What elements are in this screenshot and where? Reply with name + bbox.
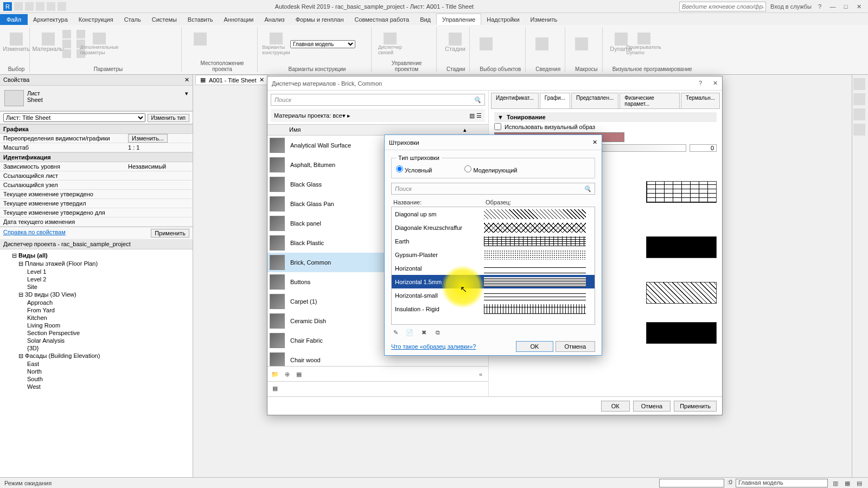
pattern-row[interactable]: Insulation - Rigid [392, 302, 595, 316]
cut-pattern-bg[interactable] [646, 322, 717, 344]
edit-icon[interactable]: ✎ [391, 328, 400, 337]
nav-icon[interactable] [853, 93, 865, 105]
tab-close-icon[interactable]: ✕ [259, 76, 264, 84]
minimize-icon[interactable]: — [828, 2, 838, 11]
pattern-row[interactable]: Gypsum-Plaster [392, 248, 595, 261]
pattern-list[interactable]: Diagonal up smDiagonale KreuzschraffurEa… [391, 207, 595, 325]
tree-item[interactable]: South [2, 375, 190, 383]
new-icon[interactable]: 📄 [405, 328, 414, 337]
sb-icon[interactable]: ▦ [843, 479, 852, 487]
surface-pattern-bg[interactable] [646, 236, 717, 258]
radio-drafting[interactable]: Условный [396, 165, 432, 174]
instance-select[interactable]: Лист: Title Sheet [3, 113, 145, 122]
apply-button[interactable]: Применить [674, 401, 717, 412]
tab-arch[interactable]: Архитектура [28, 14, 73, 25]
cancel-button[interactable]: Отмена [633, 401, 671, 412]
tree-item[interactable]: Section Perspective [2, 329, 190, 337]
param-icon[interactable] [62, 30, 71, 38]
search-icon[interactable]: 🔍 [584, 185, 591, 192]
pattern-search[interactable]: Поиск🔍 [391, 183, 595, 195]
app-icon[interactable]: R [3, 2, 12, 11]
tree-item[interactable]: Kitchen [2, 314, 190, 322]
view-tab[interactable]: ▦A001 - Title Sheet✕ [195, 75, 269, 85]
cut-pattern-fg[interactable] [646, 282, 717, 304]
location-icon[interactable] [192, 33, 209, 55]
param-icon[interactable] [62, 49, 71, 58]
tab-appearance[interactable]: Представлен... [571, 93, 618, 108]
workset-select[interactable]: Главная модель [736, 479, 828, 487]
main-model-select[interactable]: Главная модель [290, 40, 355, 48]
phases-button[interactable]: Стадии [446, 33, 464, 55]
print-icon[interactable] [58, 2, 66, 11]
tab-steel[interactable]: Сталь [119, 14, 146, 25]
pattern-row[interactable]: Horizontal-small [392, 288, 595, 302]
addparams-button[interactable]: Дополнительные параметры [91, 33, 108, 55]
file-tab[interactable]: Файл [0, 14, 28, 25]
tab-view[interactable]: Вид [414, 14, 436, 25]
tree-item[interactable]: From Yard [2, 306, 190, 314]
tree-item[interactable]: North [2, 368, 190, 375]
tab-graphics[interactable]: Графи... [540, 93, 570, 108]
tree-item[interactable]: Level 1 [2, 268, 190, 275]
tree-elev[interactable]: ⊟ Фасады (Building Elevation) [2, 352, 190, 360]
param-icon[interactable] [76, 30, 85, 38]
tree-item[interactable]: Solar Analysis [2, 337, 190, 344]
nav-icon[interactable] [853, 108, 865, 120]
props-help-link[interactable]: Справка по свойствам [3, 229, 66, 237]
tab-collab[interactable]: Совместная работа [349, 14, 414, 25]
apply-button[interactable]: Применить [151, 229, 189, 237]
delete-icon[interactable]: ✖ [419, 328, 428, 337]
sel-icon[interactable] [480, 37, 493, 50]
new-icon[interactable]: ⊕ [283, 370, 291, 378]
radio-model[interactable]: Моделирующий [464, 165, 517, 174]
edit-type-button[interactable]: Изменить тип [148, 114, 189, 122]
tab-thermal[interactable]: Термальн... [681, 93, 720, 108]
material-filter[interactable]: Материалы проекта: все▾ ▸▥ ☰ [271, 109, 485, 122]
macro-icon[interactable] [575, 37, 588, 50]
save-icon[interactable] [25, 2, 34, 11]
pattern-row[interactable]: Horizontal [392, 261, 595, 275]
cancel-button[interactable]: Отмена [556, 341, 595, 352]
dynamo-player-button[interactable]: Проигрыватель Dynamo [635, 33, 653, 55]
surface-pattern-fg[interactable] [646, 181, 717, 203]
close-icon[interactable]: ✕ [854, 2, 864, 11]
nav-icon[interactable] [853, 78, 865, 90]
undo-icon[interactable] [36, 2, 44, 11]
close-panel-icon[interactable]: ✕ [184, 76, 189, 84]
tree-item[interactable]: Living Room [2, 322, 190, 329]
signin-link[interactable]: Вход в службы [770, 3, 812, 10]
help-search[interactable] [679, 2, 766, 11]
view-icon[interactable]: ▦ [295, 370, 303, 378]
material-search[interactable]: Поиск🔍 [271, 94, 485, 106]
design-opts-button[interactable]: Варианты конструкции [267, 33, 285, 55]
fill-help-link[interactable]: Что такое «образец заливки»? [391, 343, 476, 350]
pattern-row[interactable]: Diagonale Kreuzschraffur [392, 221, 595, 234]
ok-button[interactable]: OK [516, 341, 554, 352]
tree-item[interactable]: {3D} [2, 344, 190, 352]
matlist-header[interactable]: Имя▴ [267, 124, 488, 136]
close-icon[interactable]: ✕ [713, 80, 718, 86]
tab-modify[interactable]: Изменить [525, 14, 563, 25]
tab-systems[interactable]: Системы [146, 14, 182, 25]
duplicate-icon[interactable]: ⧉ [433, 328, 442, 337]
sel-filter[interactable] [659, 479, 724, 487]
param-icon[interactable] [62, 40, 71, 48]
pattern-row[interactable]: Earth [392, 234, 595, 248]
maximize-icon[interactable]: □ [841, 2, 851, 11]
tree-item[interactable]: Approach [2, 299, 190, 306]
tree-3d[interactable]: ⊟ 3D виды (3D View) [2, 291, 190, 299]
tab-insert[interactable]: Вставить [182, 14, 219, 25]
redo-icon[interactable] [47, 2, 55, 11]
type-selector[interactable]: ЛистSheet ▾ [0, 86, 193, 111]
tree-item[interactable]: Site [2, 283, 190, 291]
tree-views[interactable]: ⊟ Виды (all) [2, 252, 190, 260]
close-icon[interactable]: ✕ [592, 139, 597, 146]
collapse-icon[interactable]: « [476, 370, 485, 378]
tab-manage[interactable]: Управление [436, 14, 481, 25]
sb-icon[interactable]: ▤ [855, 479, 864, 487]
project-browser[interactable]: ⊟ Виды (all) ⊟ Планы этажей (Floor Plan)… [0, 249, 193, 477]
tab-massing[interactable]: Формы и генплан [290, 14, 349, 25]
tree-item[interactable]: Level 2 [2, 275, 190, 283]
pattern-row[interactable]: Horizontal 1.5mm [392, 275, 595, 288]
modify-button[interactable]: Изменить [8, 33, 25, 55]
